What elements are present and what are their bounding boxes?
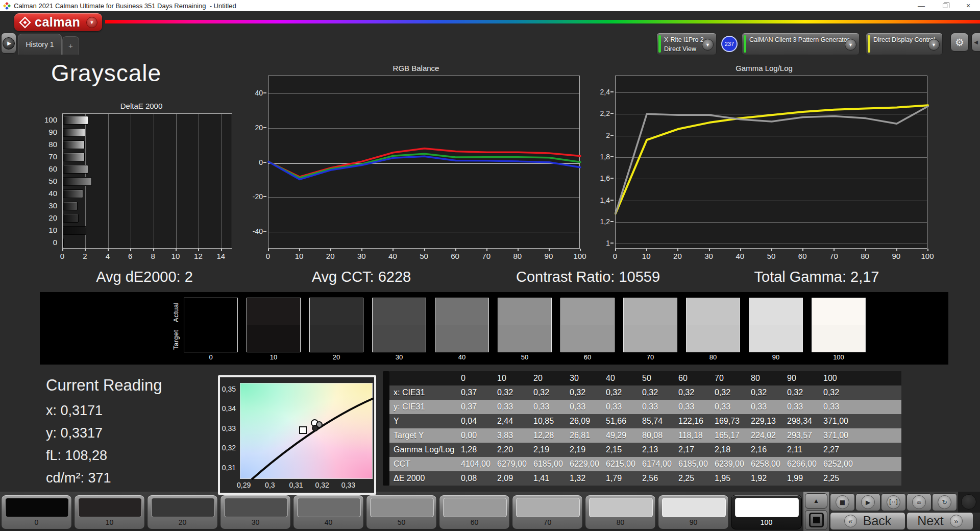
display-control-label: Direct Display Control — [873, 35, 935, 44]
table-scrollbar[interactable] — [383, 371, 389, 486]
table-cell: 2,27 — [823, 445, 860, 454]
table-cell: 0,32 — [751, 388, 787, 397]
pattern-generator-dropdown[interactable]: CalMAN Client 3 Pattern Generator ▼ — [742, 33, 860, 55]
actual-patch — [435, 298, 488, 325]
table-cell: 293,57 — [787, 431, 823, 440]
header-cell: 40 — [606, 374, 642, 383]
pattern-swatch — [370, 498, 434, 517]
x-tick-label: 30 — [704, 252, 713, 260]
pattern-button-80[interactable]: 80 — [585, 495, 656, 529]
swatch-box — [749, 298, 803, 352]
pattern-button-50[interactable]: 50 — [366, 495, 437, 529]
y-tick-label: 20 — [255, 124, 263, 132]
axis-tick — [153, 249, 154, 251]
row-label: x: CIE31 — [389, 388, 461, 397]
table-row: x: CIE310,370,320,320,320,320,320,320,32… — [389, 385, 901, 400]
row-label: Target Y — [389, 431, 461, 440]
table-cell: 6185,00 — [533, 460, 570, 469]
grayscale-swatch-60: 60 — [560, 298, 615, 361]
header-cell: 50 — [642, 374, 678, 383]
pattern-button-10[interactable]: 10 — [74, 495, 145, 529]
table-cell: 1,92 — [751, 474, 787, 483]
pattern-button-90[interactable]: 90 — [658, 495, 729, 529]
meter-label: X-Rite i1Pro 2Direct View — [664, 35, 704, 54]
table-cell: 0,00 — [461, 431, 497, 440]
axis-tick — [610, 156, 614, 157]
table-cell: 49,29 — [606, 431, 642, 440]
tab-history-1[interactable]: History 1 — [18, 34, 62, 55]
app-icon — [3, 2, 11, 10]
pattern-panel-up-button[interactable]: ▲ — [805, 493, 827, 509]
pattern-swatch — [735, 498, 799, 517]
chevron-down-icon: ▼ — [845, 39, 856, 51]
table-cell: 2,11 — [787, 445, 823, 454]
play-button[interactable]: ▶ — [855, 493, 880, 511]
x-tick-label: 10 — [295, 252, 304, 260]
pattern-generator-label: CalMAN Client 3 Pattern Generator — [749, 35, 849, 44]
toolbar-corner — [958, 492, 980, 513]
measured-gamma-line — [616, 106, 928, 213]
restore-button[interactable] — [933, 0, 957, 11]
play-arrow-icon: ▶ — [3, 37, 15, 50]
panel-collapse-button[interactable]: ◀ — [971, 33, 980, 52]
next-button[interactable]: Next » — [906, 512, 973, 530]
target-patch — [812, 325, 865, 352]
y-tick-label: -40 — [253, 227, 263, 235]
axis-tick — [610, 221, 614, 222]
y-tick-label: 1 — [606, 239, 610, 247]
settings-button[interactable]: ⚙ — [950, 33, 969, 52]
avg-de2000-readout: Avg dE2000: 2 — [96, 269, 193, 285]
pattern-button-20[interactable]: 20 — [147, 495, 218, 529]
pattern-window-toggle-button[interactable] — [805, 510, 827, 530]
y-tick-label: 30 — [30, 200, 57, 212]
back-button[interactable]: « Back — [830, 512, 905, 530]
y-tick-label: 0 — [259, 158, 263, 166]
axis-tick — [771, 249, 772, 251]
calman-menu-button[interactable]: calman ▼ — [14, 13, 102, 31]
pattern-button-70[interactable]: 70 — [512, 495, 583, 529]
display-control-status-indicator — [868, 35, 870, 53]
minimize-button[interactable]: — — [910, 0, 933, 11]
table-cell: 0,32 — [642, 388, 678, 397]
add-tab-button[interactable]: + — [62, 36, 79, 55]
axis-tick — [221, 249, 222, 251]
continuous-button[interactable]: ∞ — [906, 493, 932, 511]
display-control-dropdown[interactable]: Direct Display Control ▼ — [866, 33, 943, 55]
axis-tick — [580, 249, 581, 251]
pattern-button-0[interactable]: 0 — [1, 495, 72, 529]
pattern-button-60[interactable]: 60 — [439, 495, 510, 529]
table-cell: 371,00 — [823, 431, 860, 440]
row-label: y: CIE31 — [389, 402, 461, 412]
swatch-level-label: 50 — [498, 353, 552, 361]
pattern-button-40[interactable]: 40 — [293, 495, 364, 529]
close-button[interactable]: × — [957, 0, 980, 11]
deltae-bar-30 — [63, 202, 78, 210]
table-cell: 26,09 — [570, 417, 606, 426]
pattern-button-30[interactable]: 30 — [220, 495, 291, 529]
table-cell: 6185,00 — [678, 460, 715, 469]
swatch-level-label: 60 — [560, 353, 615, 361]
actual-patch — [812, 298, 865, 325]
pattern-button-100[interactable]: 100 — [731, 495, 802, 529]
gridline — [222, 114, 222, 248]
stop-button[interactable]: ■ — [830, 493, 855, 511]
actual-patch — [247, 298, 300, 325]
meter-dropdown[interactable]: X-Rite i1Pro 2Direct View ▼ — [656, 33, 717, 55]
deltae-bar-100 — [63, 116, 88, 125]
header-cell: 100 — [823, 374, 860, 383]
x-tick-label: 80 — [861, 252, 869, 260]
rgb-balance-chart-title: RGB Balance — [393, 64, 439, 73]
gridline — [131, 114, 131, 248]
x-tick-label: 4 — [106, 252, 110, 260]
deltae-y-axis-labels: 1009080706050403020100 — [30, 113, 57, 249]
pattern-label: 30 — [220, 518, 290, 526]
sequence-button[interactable]: [··] — [881, 493, 906, 511]
axis-tick — [610, 178, 614, 179]
table-cell: 0,32 — [678, 388, 715, 397]
loop-button[interactable]: ↻ — [932, 493, 957, 511]
meter-count-badge[interactable]: 237 — [721, 36, 738, 52]
table-cell: 2,17 — [678, 445, 715, 454]
tab-scroll-button[interactable]: ▶ — [1, 33, 16, 54]
table-cell: 0,32 — [497, 388, 533, 397]
pattern-label: 80 — [585, 518, 655, 526]
